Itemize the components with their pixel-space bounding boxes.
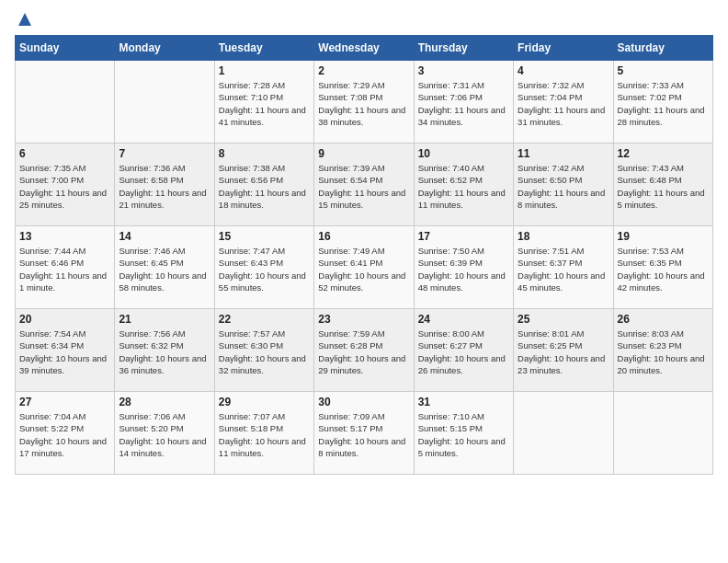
calendar-cell: 28Sunrise: 7:06 AM Sunset: 5:20 PM Dayli…	[115, 392, 214, 475]
column-header-saturday: Saturday	[613, 36, 712, 61]
calendar-week-row: 6Sunrise: 7:35 AM Sunset: 7:00 PM Daylig…	[16, 144, 713, 226]
calendar-week-row: 1Sunrise: 7:28 AM Sunset: 7:10 PM Daylig…	[16, 61, 713, 144]
calendar-cell	[613, 392, 712, 475]
day-info: Sunrise: 7:39 AM Sunset: 6:54 PM Dayligh…	[318, 162, 409, 211]
day-info: Sunrise: 7:59 AM Sunset: 6:28 PM Dayligh…	[318, 327, 409, 376]
calendar-cell: 15Sunrise: 7:47 AM Sunset: 6:43 PM Dayli…	[214, 226, 313, 309]
calendar-cell: 24Sunrise: 8:00 AM Sunset: 6:27 PM Dayli…	[414, 309, 513, 392]
day-number: 29	[219, 396, 310, 408]
day-info: Sunrise: 7:36 AM Sunset: 6:58 PM Dayligh…	[119, 162, 210, 211]
day-number: 16	[318, 230, 409, 243]
day-number: 18	[518, 230, 609, 243]
day-number: 3	[418, 64, 509, 77]
calendar-cell	[115, 61, 214, 144]
day-info: Sunrise: 7:31 AM Sunset: 7:06 PM Dayligh…	[418, 79, 509, 128]
day-number: 26	[618, 313, 709, 326]
calendar-header-row: SundayMondayTuesdayWednesdayThursdayFrid…	[16, 36, 713, 61]
calendar-cell	[16, 61, 115, 144]
calendar-cell: 26Sunrise: 8:03 AM Sunset: 6:23 PM Dayli…	[613, 309, 712, 392]
day-info: Sunrise: 8:03 AM Sunset: 6:23 PM Dayligh…	[618, 327, 709, 376]
day-info: Sunrise: 7:09 AM Sunset: 5:17 PM Dayligh…	[318, 410, 409, 459]
calendar-cell: 9Sunrise: 7:39 AM Sunset: 6:54 PM Daylig…	[314, 144, 414, 226]
calendar-cell: 11Sunrise: 7:42 AM Sunset: 6:50 PM Dayli…	[514, 144, 613, 226]
calendar-week-row: 27Sunrise: 7:04 AM Sunset: 5:22 PM Dayli…	[16, 392, 713, 475]
calendar-cell	[514, 392, 613, 475]
column-header-thursday: Thursday	[414, 36, 513, 61]
day-number: 2	[318, 64, 409, 77]
day-info: Sunrise: 7:32 AM Sunset: 7:04 PM Dayligh…	[518, 79, 609, 128]
calendar-cell: 30Sunrise: 7:09 AM Sunset: 5:17 PM Dayli…	[314, 392, 414, 475]
calendar-table: SundayMondayTuesdayWednesdayThursdayFrid…	[15, 35, 713, 475]
calendar-cell: 29Sunrise: 7:07 AM Sunset: 5:18 PM Dayli…	[214, 392, 313, 475]
day-number: 13	[19, 230, 110, 243]
day-info: Sunrise: 7:04 AM Sunset: 5:22 PM Dayligh…	[19, 410, 110, 459]
column-header-tuesday: Tuesday	[214, 36, 313, 61]
calendar-week-row: 20Sunrise: 7:54 AM Sunset: 6:34 PM Dayli…	[16, 309, 713, 392]
day-info: Sunrise: 7:10 AM Sunset: 5:15 PM Dayligh…	[418, 410, 509, 459]
day-info: Sunrise: 7:42 AM Sunset: 6:50 PM Dayligh…	[518, 162, 609, 211]
day-number: 19	[618, 230, 709, 243]
day-info: Sunrise: 7:51 AM Sunset: 6:37 PM Dayligh…	[518, 245, 609, 293]
day-info: Sunrise: 7:40 AM Sunset: 6:52 PM Dayligh…	[418, 162, 509, 211]
calendar-cell: 14Sunrise: 7:46 AM Sunset: 6:45 PM Dayli…	[115, 226, 214, 309]
day-number: 30	[318, 396, 409, 408]
day-number: 23	[318, 313, 409, 326]
day-info: Sunrise: 7:56 AM Sunset: 6:32 PM Dayligh…	[119, 327, 210, 376]
calendar-cell: 6Sunrise: 7:35 AM Sunset: 7:00 PM Daylig…	[16, 144, 115, 226]
calendar-cell: 17Sunrise: 7:50 AM Sunset: 6:39 PM Dayli…	[414, 226, 513, 309]
day-number: 12	[618, 147, 709, 160]
day-info: Sunrise: 7:57 AM Sunset: 6:30 PM Dayligh…	[219, 327, 310, 376]
day-info: Sunrise: 7:29 AM Sunset: 7:08 PM Dayligh…	[318, 79, 409, 128]
day-number: 7	[119, 147, 210, 160]
day-info: Sunrise: 8:01 AM Sunset: 6:25 PM Dayligh…	[518, 327, 609, 376]
calendar-cell: 21Sunrise: 7:56 AM Sunset: 6:32 PM Dayli…	[115, 309, 214, 392]
day-number: 15	[219, 230, 310, 243]
calendar-cell: 4Sunrise: 7:32 AM Sunset: 7:04 PM Daylig…	[514, 61, 613, 144]
calendar-cell: 20Sunrise: 7:54 AM Sunset: 6:34 PM Dayli…	[16, 309, 115, 392]
day-info: Sunrise: 8:00 AM Sunset: 6:27 PM Dayligh…	[418, 327, 509, 376]
day-info: Sunrise: 7:44 AM Sunset: 6:46 PM Dayligh…	[19, 245, 110, 293]
day-info: Sunrise: 7:38 AM Sunset: 6:56 PM Dayligh…	[219, 162, 310, 211]
calendar-cell: 18Sunrise: 7:51 AM Sunset: 6:37 PM Dayli…	[514, 226, 613, 309]
calendar-cell: 10Sunrise: 7:40 AM Sunset: 6:52 PM Dayli…	[414, 144, 513, 226]
column-header-friday: Friday	[514, 36, 613, 61]
calendar-cell: 22Sunrise: 7:57 AM Sunset: 6:30 PM Dayli…	[214, 309, 313, 392]
day-info: Sunrise: 7:50 AM Sunset: 6:39 PM Dayligh…	[418, 245, 509, 293]
logo	[15, 15, 33, 28]
calendar-cell: 2Sunrise: 7:29 AM Sunset: 7:08 PM Daylig…	[314, 61, 414, 144]
column-header-sunday: Sunday	[16, 36, 115, 61]
svg-marker-0	[18, 13, 31, 26]
day-number: 5	[618, 64, 709, 77]
day-number: 10	[418, 147, 509, 160]
column-header-monday: Monday	[115, 36, 214, 61]
day-number: 27	[19, 396, 110, 408]
day-info: Sunrise: 7:53 AM Sunset: 6:35 PM Dayligh…	[618, 245, 709, 293]
day-number: 14	[119, 230, 210, 243]
day-info: Sunrise: 7:46 AM Sunset: 6:45 PM Dayligh…	[119, 245, 210, 293]
calendar-cell: 8Sunrise: 7:38 AM Sunset: 6:56 PM Daylig…	[214, 144, 313, 226]
calendar-cell: 3Sunrise: 7:31 AM Sunset: 7:06 PM Daylig…	[414, 61, 513, 144]
calendar-cell: 25Sunrise: 8:01 AM Sunset: 6:25 PM Dayli…	[514, 309, 613, 392]
day-info: Sunrise: 7:06 AM Sunset: 5:20 PM Dayligh…	[119, 410, 210, 459]
calendar-cell: 27Sunrise: 7:04 AM Sunset: 5:22 PM Dayli…	[16, 392, 115, 475]
day-info: Sunrise: 7:33 AM Sunset: 7:02 PM Dayligh…	[618, 79, 709, 128]
calendar-cell: 19Sunrise: 7:53 AM Sunset: 6:35 PM Dayli…	[613, 226, 712, 309]
day-number: 21	[119, 313, 210, 326]
day-number: 11	[518, 147, 609, 160]
day-number: 1	[219, 64, 310, 77]
calendar-cell: 13Sunrise: 7:44 AM Sunset: 6:46 PM Dayli…	[16, 226, 115, 309]
calendar-cell: 16Sunrise: 7:49 AM Sunset: 6:41 PM Dayli…	[314, 226, 414, 309]
day-number: 6	[19, 147, 110, 160]
calendar-cell: 7Sunrise: 7:36 AM Sunset: 6:58 PM Daylig…	[115, 144, 214, 226]
day-number: 17	[418, 230, 509, 243]
day-number: 31	[418, 396, 509, 408]
calendar-week-row: 13Sunrise: 7:44 AM Sunset: 6:46 PM Dayli…	[16, 226, 713, 309]
day-info: Sunrise: 7:28 AM Sunset: 7:10 PM Dayligh…	[219, 79, 310, 128]
calendar-cell: 31Sunrise: 7:10 AM Sunset: 5:15 PM Dayli…	[414, 392, 513, 475]
day-number: 24	[418, 313, 509, 326]
day-info: Sunrise: 7:35 AM Sunset: 7:00 PM Dayligh…	[19, 162, 110, 211]
calendar-cell: 12Sunrise: 7:43 AM Sunset: 6:48 PM Dayli…	[613, 144, 712, 226]
day-number: 9	[318, 147, 409, 160]
logo-icon	[17, 11, 33, 28]
calendar-cell: 1Sunrise: 7:28 AM Sunset: 7:10 PM Daylig…	[214, 61, 313, 144]
